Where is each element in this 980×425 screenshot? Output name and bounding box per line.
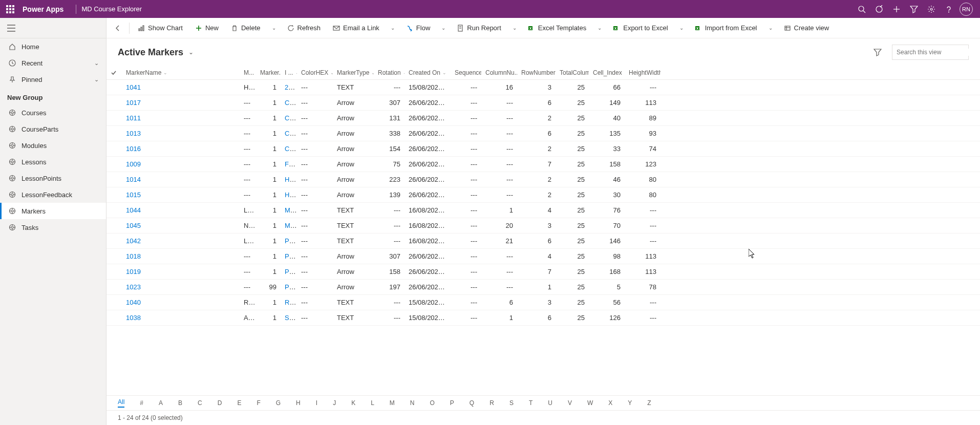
- column-marker[interactable]: Marker...↑⌄: [256, 66, 281, 80]
- table-row[interactable]: 1041 He'... 1 22 wins --- TEXT --- 15/08…: [106, 80, 980, 95]
- table-row[interactable]: 1018 --- 1 Proximi --- Arrow 307 26/06/2…: [106, 249, 980, 264]
- new-button[interactable]: New: [190, 20, 224, 36]
- table-row[interactable]: 1040 Ra... 1 Ranieri --- TEXT --- 15/08/…: [106, 295, 980, 310]
- run-report-button[interactable]: Run Report: [452, 20, 506, 36]
- alpha-l[interactable]: L: [371, 399, 374, 407]
- flow-split[interactable]: ⌄: [437, 25, 450, 31]
- table-row[interactable]: 1044 Lei... 1 Massive --- TEXT --- 16/08…: [106, 203, 980, 218]
- delete-button[interactable]: Delete: [226, 20, 266, 36]
- alpha-v[interactable]: V: [568, 399, 572, 407]
- avatar[interactable]: RN: [957, 1, 975, 18]
- select-all-column[interactable]: [106, 66, 122, 80]
- sidebar-item-lessonpoints[interactable]: LessonPoints: [0, 170, 106, 186]
- refresh-button[interactable]: Refresh: [282, 20, 326, 36]
- sidebar-item-lessonfeedback[interactable]: LessonFeedback: [0, 186, 106, 203]
- hamburger-icon[interactable]: [0, 18, 106, 38]
- table-row[interactable]: 1023 --- 99 Proximi --- Arrow 197 26/06/…: [106, 280, 980, 295]
- column-sequence[interactable]: Sequence⌄: [451, 66, 481, 80]
- alpha-all[interactable]: All: [118, 398, 124, 408]
- table-row[interactable]: 1011 --- 1 Closure --- Arrow 131 26/06/2…: [106, 111, 980, 126]
- column-rownumber[interactable]: RowNumber⌄: [517, 66, 556, 80]
- alpha-y[interactable]: Y: [628, 399, 632, 407]
- excel-templates-button[interactable]: XExcel Templates: [523, 20, 591, 36]
- flow-button[interactable]: Flow: [401, 20, 435, 36]
- alpha-m[interactable]: M: [390, 399, 395, 407]
- table-row[interactable]: 1017 --- 1 Closure --- Arrow 307 26/06/2…: [106, 95, 980, 111]
- table-row[interactable]: 1013 --- 1 Closure --- Arrow 338 26/06/2…: [106, 126, 980, 141]
- delete-split[interactable]: ⌄: [268, 25, 280, 31]
- sidebar-pinned[interactable]: Pinned ⌄: [0, 71, 106, 88]
- column-m[interactable]: M...⌄: [240, 66, 256, 80]
- data-grid[interactable]: MarkerName⌄ M...⌄ Marker...↑⌄ I ...⌄ Col…: [106, 66, 980, 395]
- alpha-o[interactable]: O: [430, 399, 435, 407]
- templates-split[interactable]: ⌄: [593, 25, 606, 31]
- column-markertype[interactable]: MarkerType⌄: [333, 66, 374, 80]
- export-excel-button[interactable]: XExport to Excel: [608, 20, 673, 36]
- export-split[interactable]: ⌄: [675, 25, 688, 31]
- sidebar-home[interactable]: Home: [0, 38, 106, 55]
- alpha-p[interactable]: P: [450, 399, 454, 407]
- alpha-d[interactable]: D: [218, 399, 222, 407]
- alpha-a[interactable]: A: [159, 399, 163, 407]
- sidebar-item-lessons[interactable]: Lessons: [0, 154, 106, 170]
- table-row[interactable]: 1009 --- 1 Figure C --- Arrow 75 26/06/2…: [106, 157, 980, 172]
- table-row[interactable]: 1019 --- 1 Proximi --- Arrow 158 26/06/2…: [106, 264, 980, 280]
- show-chart-button[interactable]: Show Chart: [133, 20, 188, 36]
- alpha-c[interactable]: C: [198, 399, 202, 407]
- sidebar-recent[interactable]: Recent ⌄: [0, 55, 106, 71]
- alpha-w[interactable]: W: [587, 399, 593, 407]
- alpha-b[interactable]: B: [178, 399, 182, 407]
- column-colorhex[interactable]: ColorHEX⌄: [297, 66, 333, 80]
- search-input[interactable]: [897, 49, 973, 56]
- alpha-h[interactable]: H: [296, 399, 301, 407]
- sidebar-item-courses[interactable]: Courses: [0, 104, 106, 121]
- alpha-x[interactable]: X: [608, 399, 612, 407]
- email-link-button[interactable]: Email a Link: [328, 20, 385, 36]
- settings-icon[interactable]: [923, 1, 940, 18]
- app-launcher-icon[interactable]: [5, 4, 15, 14]
- alpha-#[interactable]: #: [140, 399, 143, 407]
- column-cellindex[interactable]: Cell_Index⌄: [589, 66, 625, 80]
- sidebar-item-markers[interactable]: Markers: [0, 203, 106, 219]
- back-button[interactable]: [110, 20, 126, 36]
- table-row[interactable]: 1015 --- 1 How hu --- Arrow 139 26/06/20…: [106, 187, 980, 203]
- column-totalcolumn[interactable]: TotalColum...⌄: [556, 66, 589, 80]
- alpha-u[interactable]: U: [548, 399, 552, 407]
- alpha-k[interactable]: K: [351, 399, 355, 407]
- create-view-button[interactable]: Create view: [779, 20, 835, 36]
- search-box[interactable]: [892, 45, 969, 60]
- alpha-r[interactable]: R: [489, 399, 494, 407]
- sidebar-item-tasks[interactable]: Tasks: [0, 219, 106, 236]
- column-markername[interactable]: MarkerName⌄: [122, 66, 240, 80]
- search-icon[interactable]: [853, 1, 870, 18]
- alpha-n[interactable]: N: [410, 399, 415, 407]
- filter-icon[interactable]: [905, 1, 923, 18]
- column-columnnum[interactable]: ColumnNu...⌄: [481, 66, 517, 80]
- table-row[interactable]: 1038 All ... 1 Should --- TEXT --- 15/08…: [106, 310, 980, 326]
- column-heightwidth[interactable]: HeightWidth⌄: [625, 66, 661, 80]
- report-split[interactable]: ⌄: [508, 25, 521, 31]
- table-row[interactable]: 1042 Lei... 1 Position --- TEXT --- 16/0…: [106, 233, 980, 249]
- alpha-i[interactable]: I: [316, 399, 317, 407]
- alpha-s[interactable]: S: [509, 399, 514, 407]
- import-split[interactable]: ⌄: [764, 25, 777, 31]
- table-row[interactable]: 1016 --- 1 Closure --- Arrow 154 26/06/2…: [106, 141, 980, 157]
- alpha-t[interactable]: T: [529, 399, 532, 407]
- import-excel-button[interactable]: XImport from Excel: [690, 20, 762, 36]
- email-split[interactable]: ⌄: [387, 25, 399, 31]
- alpha-z[interactable]: Z: [647, 399, 651, 407]
- table-row[interactable]: 1045 Ne... 1 Massive --- TEXT --- 16/08/…: [106, 218, 980, 233]
- sidebar-item-courseparts[interactable]: CourseParts: [0, 121, 106, 137]
- column-createdon[interactable]: Created On⌄: [404, 66, 451, 80]
- alpha-e[interactable]: E: [237, 399, 241, 407]
- alpha-j[interactable]: J: [333, 399, 336, 407]
- column-rotation[interactable]: Rotation⌄: [374, 66, 404, 80]
- alpha-g[interactable]: G: [276, 399, 281, 407]
- filter-icon[interactable]: [874, 48, 882, 56]
- view-selector[interactable]: ⌄: [188, 49, 194, 56]
- target-icon[interactable]: [870, 1, 888, 18]
- alpha-q[interactable]: Q: [470, 399, 474, 407]
- table-row[interactable]: 1014 --- 1 How hu --- Arrow 223 26/06/20…: [106, 172, 980, 187]
- sidebar-item-modules[interactable]: Modules: [0, 137, 106, 154]
- help-icon[interactable]: [940, 1, 957, 18]
